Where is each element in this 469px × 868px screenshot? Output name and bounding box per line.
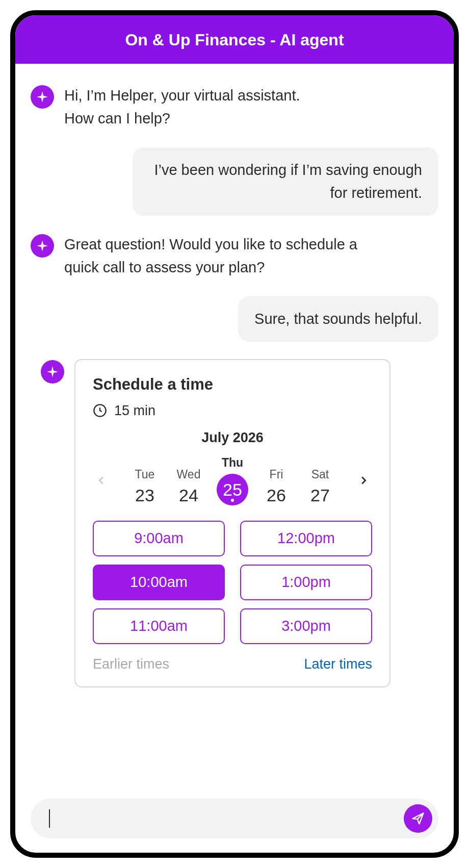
date-picker-row: Tue23Wed24Thu25Fri26Sat27 (93, 456, 372, 505)
time-grid: 9:00am12:00pm10:00am1:00pm11:00am3:00pm (93, 521, 372, 644)
sparkle-icon (46, 365, 59, 378)
times-nav: Earlier times Later times (93, 656, 372, 672)
header: On & Up Finances - AI agent (15, 15, 454, 64)
later-times-link[interactable]: Later times (304, 656, 372, 672)
date-indicator-dot (231, 499, 234, 502)
user-message-text: I’ve been wondering if I’m saving enough… (133, 147, 438, 216)
time-option[interactable]: 9:00am (93, 521, 225, 556)
date-number: 27 (302, 486, 338, 505)
text-caret (49, 809, 50, 828)
send-button[interactable] (404, 804, 432, 833)
date-dayofweek: Sat (302, 468, 338, 481)
sparkle-icon (36, 239, 49, 252)
time-option[interactable]: 3:00pm (240, 608, 372, 644)
bot-avatar (41, 360, 64, 384)
send-icon (411, 811, 425, 826)
date-option[interactable]: Thu25 (214, 456, 251, 505)
time-option[interactable]: 11:00am (93, 608, 225, 644)
month-label: July 2026 (93, 430, 372, 446)
schedule-duration: 15 min (93, 403, 372, 419)
date-dayofweek: Wed (170, 468, 207, 481)
text-line: How can I help? (64, 107, 300, 130)
bot-message: Schedule a time 15 min July 2026 Tue23We… (31, 359, 438, 687)
date-option[interactable]: Wed24 (170, 468, 207, 505)
user-message: Sure, that sounds helpful. (31, 296, 438, 342)
date-number: 23 (126, 486, 163, 505)
chat-window: On & Up Finances - AI agent Hi, I’m Help… (10, 10, 459, 858)
schedule-title: Schedule a time (93, 375, 372, 394)
date-dayofweek: Thu (214, 456, 251, 470)
message-input[interactable] (31, 799, 438, 838)
clock-icon (93, 403, 107, 418)
date-option[interactable]: Tue23 (126, 468, 163, 505)
bot-message-text: Hi, I’m Helper, your virtual assistant. … (64, 84, 300, 130)
bot-message: Hi, I’m Helper, your virtual assistant. … (31, 84, 438, 130)
date-dayofweek: Tue (126, 468, 163, 481)
time-option[interactable]: 12:00pm (240, 521, 372, 556)
bot-message: Great question! Would you like to schedu… (31, 233, 438, 279)
next-dates-button[interactable] (355, 472, 372, 489)
earlier-times-link: Earlier times (93, 656, 169, 672)
prev-dates-button[interactable] (93, 472, 110, 489)
bot-avatar (31, 85, 54, 109)
date-option[interactable]: Sat27 (302, 468, 338, 505)
bot-avatar (31, 234, 54, 258)
date-option[interactable]: Fri26 (258, 468, 295, 505)
duration-text: 15 min (114, 403, 155, 419)
text-line: Hi, I’m Helper, your virtual assistant. (64, 84, 300, 107)
user-message: I’ve been wondering if I’m saving enough… (31, 147, 438, 216)
date-number: 25 (223, 481, 242, 498)
dates-list: Tue23Wed24Thu25Fri26Sat27 (126, 456, 338, 505)
date-number: 24 (170, 486, 207, 505)
selected-date-circle: 25 (217, 474, 248, 505)
sparkle-icon (36, 90, 49, 104)
date-number: 26 (258, 486, 295, 505)
chevron-left-icon (96, 473, 107, 488)
chat-area: Hi, I’m Helper, your virtual assistant. … (15, 64, 454, 853)
chevron-right-icon (358, 473, 369, 488)
time-option[interactable]: 10:00am (93, 565, 225, 600)
header-title: On & Up Finances - AI agent (125, 31, 344, 49)
bot-message-text: Great question! Would you like to schedu… (64, 233, 390, 279)
user-message-text: Sure, that sounds helpful. (238, 296, 438, 342)
time-option[interactable]: 1:00pm (240, 565, 372, 600)
date-dayofweek: Fri (258, 468, 295, 481)
schedule-card: Schedule a time 15 min July 2026 Tue23We… (74, 359, 390, 687)
